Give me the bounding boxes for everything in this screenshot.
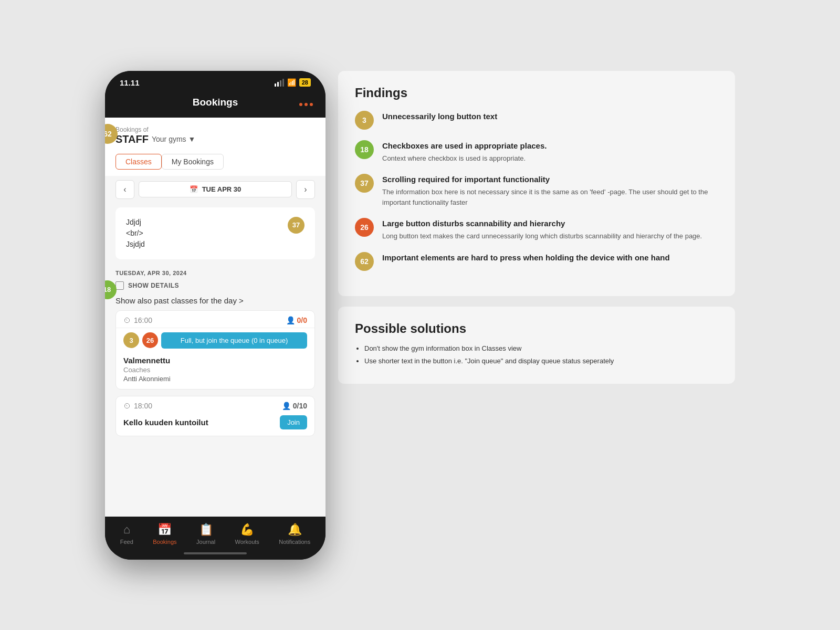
- past-classes-text[interactable]: Show also past classes for the day >: [105, 294, 326, 310]
- badge-26: 26: [142, 332, 158, 348]
- bookings-staff: STAFF Your gyms ▼: [116, 133, 315, 145]
- finding-title-3: Large button disturbs scannability and h…: [382, 218, 702, 229]
- info-text-1: Jdjdj: [126, 217, 304, 228]
- capacity-2: 👤 0/10: [282, 402, 307, 410]
- bottom-nav: ⌂ Feed 📅 Bookings 📋 Journal 💪 Workouts 🔔…: [105, 517, 326, 549]
- your-gyms-label[interactable]: Your gyms ▼: [152, 135, 195, 143]
- finding-title-4: Important elements are hard to press whe…: [382, 252, 670, 263]
- finding-desc-1: Context where checkbox is used is approp…: [382, 153, 547, 164]
- finding-content-2: Scrolling required for important functio…: [382, 174, 718, 207]
- finding-item-1: 18 Checkboxes are used in appropriate pl…: [355, 140, 718, 164]
- class-name-2: Kello kuuden kuntoilut: [123, 418, 208, 427]
- calendar-icon: 📅: [190, 185, 198, 193]
- phone-body: 62 Bookings of STAFF Your gyms ▼ Classes…: [105, 118, 326, 517]
- finding-content-1: Checkboxes are used in appropriate place…: [382, 140, 547, 164]
- solution-item-1: Use shorter text in the button i.e. "Joi…: [364, 356, 718, 367]
- class-card-1: ⏲ 16:00 👤 0/0 3 26 Full, but join the qu…: [116, 310, 315, 390]
- coaches-label: Coaches: [123, 366, 307, 374]
- status-bar: 11.11 📶 28: [105, 71, 326, 91]
- badge-37: 37: [288, 217, 304, 234]
- nav-notifications-label: Notifications: [279, 539, 310, 545]
- finding-badge-2: 37: [355, 174, 374, 193]
- nav-bookings[interactable]: 📅 Bookings: [153, 523, 176, 545]
- join-queue-button[interactable]: Full, but join the queue (0 in queue): [161, 332, 307, 349]
- info-text-2: <br/>: [126, 228, 304, 239]
- finding-item-2: 37 Scrolling required for important func…: [355, 174, 718, 207]
- finding-badge-0: 3: [355, 111, 374, 130]
- finding-content-0: Unnecessarily long button text: [382, 111, 497, 122]
- findings-title: Findings: [355, 86, 718, 100]
- nav-bookings-label: Bookings: [153, 539, 176, 545]
- class-card-2-header: ⏲ 18:00 👤 0/10: [116, 396, 314, 413]
- person-icon-2: 👤: [282, 402, 291, 410]
- more-options-icon[interactable]: [299, 103, 313, 106]
- badge-3: 3: [123, 332, 139, 348]
- finding-item-3: 26 Large button disturbs scannability an…: [355, 218, 718, 242]
- nav-journal-label: Journal: [196, 539, 215, 545]
- class-name-1: Valmennettu: [123, 356, 307, 365]
- nav-workouts-label: Workouts: [235, 539, 259, 545]
- finding-item-4: 62 Important elements are hard to press …: [355, 252, 718, 271]
- coach-name-1: Antti Akonniemi: [123, 375, 307, 383]
- finding-badge-1: 18: [355, 140, 374, 159]
- finding-title-2: Scrolling required for important functio…: [382, 174, 718, 185]
- nav-feed[interactable]: ⌂ Feed: [120, 523, 133, 545]
- prev-date-button[interactable]: ‹: [116, 180, 134, 199]
- solutions-card: Possible solutions Don't show the gym in…: [338, 307, 735, 384]
- nav-feed-label: Feed: [120, 539, 133, 545]
- finding-badge-3: 26: [355, 218, 374, 237]
- class-time-2: ⏲ 18:00: [123, 402, 152, 410]
- class-time-1: ⏲ 16:00: [123, 316, 152, 324]
- clock-icon-2: ⏲: [123, 402, 131, 410]
- finding-item-0: 3 Unnecessarily long button text: [355, 111, 718, 130]
- class-action-row-1: 3 26 Full, but join the queue (0 in queu…: [116, 328, 314, 352]
- home-indicator: [105, 549, 326, 560]
- date-nav: ‹ 📅 TUE APR 30 ›: [105, 176, 326, 203]
- workouts-icon: 💪: [240, 523, 254, 537]
- nav-notifications[interactable]: 🔔 Notifications: [279, 523, 310, 545]
- finding-desc-2: The information box here is not necessar…: [382, 187, 718, 207]
- finding-title-1: Checkboxes are used in appropriate place…: [382, 140, 547, 151]
- join-button[interactable]: Join: [280, 415, 307, 429]
- signal-icon: [275, 79, 284, 87]
- right-panel: Findings 3 Unnecessarily long button tex…: [338, 71, 735, 384]
- battery-badge: 28: [299, 78, 311, 87]
- notifications-icon: 🔔: [288, 523, 302, 537]
- status-right: 📶 28: [275, 78, 311, 87]
- header-title: Bookings: [193, 97, 238, 108]
- bookings-of-label: Bookings of: [116, 126, 315, 133]
- nav-journal[interactable]: 📋 Journal: [196, 523, 215, 545]
- home-bar: [184, 552, 247, 554]
- tab-mybookings[interactable]: My Bookings: [162, 154, 224, 170]
- tab-classes[interactable]: Classes: [116, 154, 162, 170]
- wifi-icon: 📶: [287, 78, 296, 87]
- date-label: TUE APR 30: [202, 185, 242, 193]
- show-details-label: SHOW DETAILS: [128, 282, 179, 289]
- tabs-row: Classes My Bookings: [105, 148, 326, 176]
- finding-content-4: Important elements are hard to press whe…: [382, 252, 670, 263]
- info-text-3: Jsjdjd: [126, 239, 304, 250]
- findings-card: Findings 3 Unnecessarily long button tex…: [338, 71, 735, 296]
- show-details-checkbox[interactable]: [116, 281, 124, 290]
- date-picker-button[interactable]: 📅 TUE APR 30: [139, 181, 292, 197]
- class-card-2-body: Kello kuuden kuntoilut Join: [116, 413, 314, 436]
- dropdown-icon: ▼: [188, 135, 195, 143]
- journal-icon: 📋: [199, 523, 213, 537]
- phone-mockup: 11.11 📶 28 Bookings: [105, 71, 326, 560]
- solutions-list: Don't show the gym information box in Cl…: [355, 343, 718, 368]
- home-icon: ⌂: [123, 523, 130, 537]
- staff-label: STAFF: [116, 133, 149, 145]
- solutions-title: Possible solutions: [355, 321, 718, 336]
- next-date-button[interactable]: ›: [296, 180, 315, 199]
- app-header: Bookings: [105, 91, 326, 118]
- finding-badge-4: 62: [355, 252, 374, 271]
- info-card: 37 Jdjdj <br/> Jsjdjd: [116, 207, 315, 259]
- capacity-1: 👤 0/0: [286, 316, 307, 324]
- class-info-1: Valmennettu Coaches Antti Akonniemi: [116, 352, 314, 389]
- class-card-2: ⏲ 18:00 👤 0/10 Kello kuuden kuntoilut Jo…: [116, 396, 315, 436]
- person-icon-1: 👤: [286, 316, 295, 324]
- class-card-1-header: ⏲ 16:00 👤 0/0: [116, 311, 314, 328]
- show-details-row: 18 SHOW DETAILS: [105, 278, 326, 294]
- nav-workouts[interactable]: 💪 Workouts: [235, 523, 259, 545]
- bookings-icon: 📅: [158, 523, 172, 537]
